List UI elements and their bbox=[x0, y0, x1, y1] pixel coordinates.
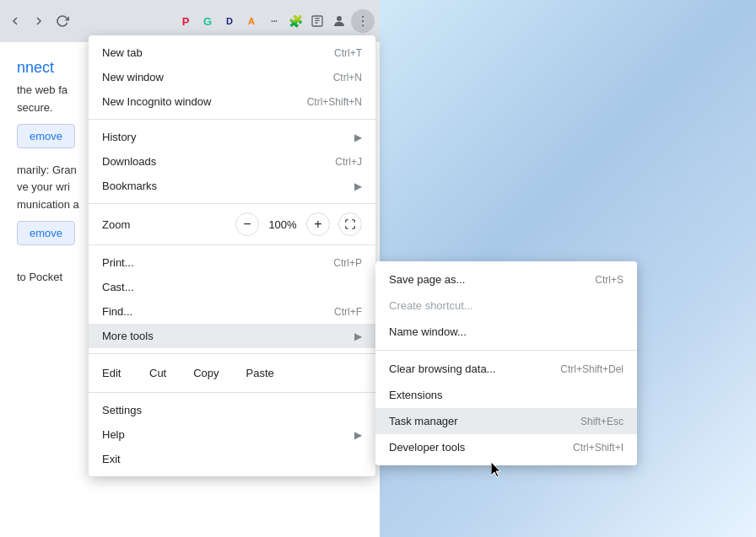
menu-settings[interactable]: Settings bbox=[89, 398, 375, 422]
paste-button[interactable]: Paste bbox=[233, 362, 288, 384]
menu-bookmarks[interactable]: Bookmarks ▶ bbox=[89, 174, 375, 198]
menu-more-tools[interactable]: More tools ▶ bbox=[89, 324, 375, 348]
puzzle-icon[interactable]: 🧩 bbox=[285, 11, 305, 31]
reload-button[interactable] bbox=[52, 11, 73, 31]
avatar-icon[interactable] bbox=[329, 11, 349, 31]
fullscreen-button[interactable] bbox=[338, 212, 362, 236]
chrome-main-menu: New tab Ctrl+T New window Ctrl+N New Inc… bbox=[89, 35, 375, 476]
pocket-icon[interactable]: P bbox=[176, 11, 196, 31]
zoom-in-button[interactable]: + bbox=[306, 212, 330, 236]
edit-row: Edit Cut Copy Paste bbox=[89, 359, 375, 387]
zoom-percent: 100% bbox=[264, 218, 301, 231]
zoom-controls: − 100% + bbox=[235, 212, 362, 236]
chrome-menu-button[interactable] bbox=[351, 9, 375, 33]
divider-3 bbox=[89, 244, 375, 245]
grammarly-icon[interactable]: G bbox=[197, 11, 218, 31]
svg-point-1 bbox=[337, 16, 342, 21]
reading-list-icon[interactable] bbox=[307, 11, 327, 31]
dashlane-icon[interactable]: D bbox=[219, 11, 240, 31]
submenu-clear-browsing[interactable]: Clear browsing data... Ctrl+Shift+Del bbox=[375, 356, 637, 382]
back-button[interactable] bbox=[5, 11, 25, 31]
menu-incognito[interactable]: New Incognito window Ctrl+Shift+N bbox=[89, 89, 375, 114]
menu-new-tab[interactable]: New tab Ctrl+T bbox=[89, 40, 375, 65]
menu-find[interactable]: Find... Ctrl+F bbox=[89, 299, 375, 324]
submenu-save-page[interactable]: Save page as... Ctrl+S bbox=[375, 266, 637, 293]
menu-history[interactable]: History ▶ bbox=[89, 125, 375, 149]
divider-5 bbox=[89, 392, 375, 393]
zoom-out-button[interactable]: − bbox=[235, 212, 259, 236]
menu-exit[interactable]: Exit bbox=[89, 447, 375, 471]
submenu-task-manager[interactable]: Task manager Shift+Esc bbox=[375, 408, 637, 434]
submenu-name-window[interactable]: Name window... bbox=[375, 319, 637, 345]
svg-point-2 bbox=[362, 16, 364, 18]
divider-2 bbox=[89, 203, 375, 204]
svg-point-3 bbox=[362, 20, 364, 22]
zoom-row: Zoom − 100% + bbox=[89, 209, 375, 239]
remove-btn-2[interactable]: emove bbox=[17, 221, 75, 245]
edit-label: Edit bbox=[102, 367, 136, 379]
menu-print[interactable]: Print... Ctrl+P bbox=[89, 250, 375, 275]
forward-button[interactable] bbox=[29, 11, 49, 31]
submenu-divider-1 bbox=[375, 350, 637, 351]
copy-button[interactable]: Copy bbox=[180, 362, 232, 384]
more-tools-submenu: Save page as... Ctrl+S Create shortcut..… bbox=[375, 261, 637, 465]
extensions-area: P G D A ··· 🧩 bbox=[176, 9, 375, 33]
svg-point-4 bbox=[362, 24, 364, 26]
cut-button[interactable]: Cut bbox=[136, 362, 180, 384]
submenu-developer-tools[interactable]: Developer tools Ctrl+Shift+I bbox=[375, 434, 637, 460]
menu-new-window[interactable]: New window Ctrl+N bbox=[89, 65, 375, 89]
menu-cast[interactable]: Cast... bbox=[89, 275, 375, 299]
submenu-create-shortcut[interactable]: Create shortcut... bbox=[375, 293, 637, 319]
divider-4 bbox=[89, 353, 375, 354]
divider-1 bbox=[89, 119, 375, 120]
remove-btn-1[interactable]: emove bbox=[17, 124, 75, 148]
submenu-extensions[interactable]: Extensions bbox=[375, 382, 637, 408]
menu-downloads[interactable]: Downloads Ctrl+J bbox=[89, 149, 375, 174]
avast-icon[interactable]: A bbox=[241, 11, 262, 31]
more-ext-icon[interactable]: ··· bbox=[263, 11, 284, 31]
menu-help[interactable]: Help ▶ bbox=[89, 422, 375, 447]
